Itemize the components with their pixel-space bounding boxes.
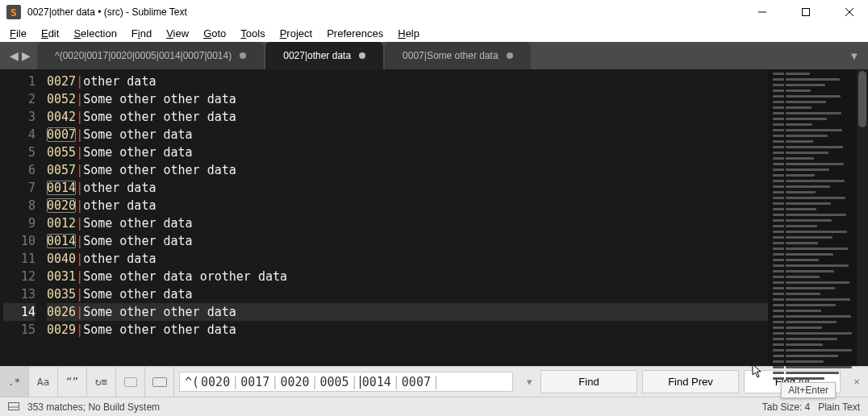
code-line[interactable]: 0029|Some other other data — [47, 321, 768, 339]
menu-edit[interactable]: Edit — [35, 26, 65, 41]
code-line[interactable]: 0040|other data — [47, 250, 768, 268]
status-syntax[interactable]: Plain Text — [818, 401, 860, 413]
code-id-segment: 0014 — [47, 234, 76, 248]
pipe-char: | — [76, 198, 83, 213]
pipe-char: | — [76, 92, 83, 106]
minimize-button[interactable] — [744, 0, 781, 24]
code-id-segment: 0029 — [47, 322, 76, 337]
menu-help[interactable]: Help — [391, 26, 426, 41]
find-highlight-toggle[interactable] — [145, 367, 174, 397]
menu-goto[interactable]: Goto — [197, 26, 232, 41]
tab-1[interactable]: 0027|other data — [265, 42, 383, 69]
code-line[interactable]: 0020|other data — [47, 197, 768, 214]
code-line[interactable]: 0035|Some other data — [47, 285, 768, 303]
minimize-icon — [758, 8, 766, 16]
tab-0[interactable]: ^(0020|0017|0020|0005|0014|0007|0014) — [37, 42, 264, 69]
tab-row: ◀ ▶ ^(0020|0017|0020|0005|0014|0007|0014… — [0, 42, 868, 69]
pipe-char: | — [76, 110, 83, 124]
pipe-char: | — [76, 181, 83, 195]
status-tab-size[interactable]: Tab Size: 4 — [762, 401, 810, 413]
find-input[interactable]: ^(0020|0017|0020|0005|0014|0007| — [179, 372, 513, 392]
code-text-segment: other data — [83, 181, 156, 195]
find-query-pipe: | — [432, 375, 440, 389]
tab-label: 0007|Some other data — [403, 50, 499, 61]
dirty-dot-icon — [240, 52, 246, 59]
menu-file[interactable]: File — [3, 26, 33, 41]
find-all-tooltip: Alt+Enter — [781, 382, 836, 398]
line-number: 3 — [3, 108, 35, 126]
menu-tools[interactable]: Tools — [234, 26, 271, 41]
find-wholeword-toggle[interactable]: “” — [58, 367, 87, 397]
code-text-segment: Some other other data — [83, 305, 236, 319]
code-text-segment: Some other data — [83, 216, 192, 231]
find-regex-toggle[interactable]: .* — [0, 367, 29, 397]
line-number: 8 — [3, 197, 35, 214]
menu-project[interactable]: Project — [273, 26, 319, 41]
close-button[interactable] — [831, 0, 868, 24]
code-line[interactable]: 0042|Some other other data — [47, 108, 768, 126]
code-id-segment: 0027 — [47, 74, 76, 89]
pipe-char: | — [76, 252, 83, 266]
find-case-toggle[interactable]: Aa — [29, 367, 58, 397]
code-line[interactable]: 0012|Some other data — [47, 214, 768, 232]
vertical-scrollbar[interactable] — [857, 69, 868, 366]
close-icon — [845, 8, 853, 16]
line-number: 14 — [3, 303, 35, 321]
maximize-button[interactable] — [787, 0, 824, 24]
find-query-group: 0020 — [201, 375, 230, 389]
svg-rect-6 — [9, 402, 19, 410]
menu-selection[interactable]: Selection — [67, 26, 123, 41]
find-history-dropdown[interactable]: ▾ — [518, 376, 540, 388]
status-bar: 353 matches; No Build System Tab Size: 4… — [0, 397, 868, 416]
menu-preferences[interactable]: Preferences — [320, 26, 390, 41]
svg-rect-5 — [152, 377, 166, 386]
code-id-segment: 0012 — [47, 216, 76, 231]
code-line[interactable]: 0007|Some other data — [47, 126, 768, 144]
maximize-icon — [802, 8, 810, 16]
code-line[interactable]: 0014|other data — [47, 179, 768, 197]
code-text-segment: Some other data — [83, 127, 192, 142]
code-text-segment: other data — [83, 252, 156, 266]
gutter: 123456789101112131415 — [0, 69, 47, 366]
line-number: 4 — [3, 126, 35, 144]
find-query-group: 0007 — [402, 375, 431, 389]
pipe-char: | — [76, 269, 83, 284]
find-next-button[interactable]: Find — [540, 370, 637, 393]
code-line[interactable]: 0052|Some other other data — [47, 90, 768, 108]
code-text-segment: Some other data — [83, 145, 192, 160]
code-line[interactable]: 0055|Some other data — [47, 144, 768, 161]
tab-overflow-button[interactable]: ▼ — [841, 42, 868, 69]
tab-label: ^(0020|0017|0020|0005|0014|0007|0014) — [55, 50, 232, 61]
minimap[interactable] — [768, 69, 857, 366]
find-query-group: 0017 — [240, 375, 269, 389]
code-id-segment: 0035 — [47, 287, 76, 302]
code-line[interactable]: 0027|other data — [47, 73, 768, 90]
dirty-dot-icon — [507, 52, 513, 59]
editor[interactable]: 123456789101112131415 0027|other data005… — [0, 69, 768, 366]
code-line[interactable]: 0026|Some other other data — [47, 303, 768, 321]
pipe-char: | — [76, 287, 83, 302]
menu-view[interactable]: View — [160, 26, 195, 41]
selection-icon — [124, 377, 137, 387]
code-line[interactable]: 0031|Some other data orother data — [47, 268, 768, 285]
pipe-char: | — [76, 163, 83, 177]
code-line[interactable]: 0057|Some other other data — [47, 161, 768, 179]
svg-rect-4 — [124, 377, 136, 386]
mouse-cursor-icon — [752, 364, 763, 381]
code-line[interactable]: 0014|Some other data — [47, 232, 768, 250]
tab-2[interactable]: 0007|Some other data — [385, 42, 531, 69]
menu-find[interactable]: Find — [125, 26, 158, 41]
code-id-segment: 0057 — [47, 163, 76, 177]
find-prev-button[interactable]: Find Prev — [642, 370, 739, 393]
scrollbar-thumb[interactable] — [858, 71, 866, 127]
panel-switcher-icon[interactable] — [8, 401, 19, 413]
nav-back-icon[interactable]: ◀ — [10, 49, 19, 62]
code-id-segment: 0042 — [47, 110, 76, 124]
code[interactable]: 0027|other data0052|Some other other dat… — [47, 69, 768, 366]
code-text-segment: Some other data — [83, 234, 192, 248]
code-text-segment: Some other other data — [83, 163, 236, 177]
highlight-icon — [152, 377, 167, 387]
find-inselection-toggle[interactable] — [116, 367, 145, 397]
find-wrap-toggle[interactable]: ↻≡ — [87, 367, 116, 397]
nav-forward-icon[interactable]: ▶ — [22, 49, 31, 62]
